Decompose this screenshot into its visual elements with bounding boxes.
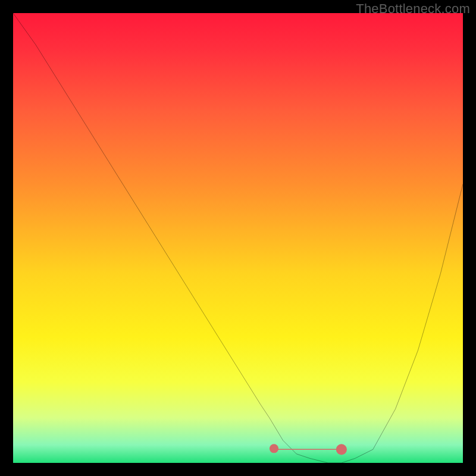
bottleneck-curve-line (13, 13, 463, 463)
chart-svg (13, 13, 463, 463)
chart-frame: TheBottleneck.com (0, 0, 476, 476)
plot-area (13, 13, 463, 463)
trough-right-marker (336, 444, 347, 455)
trough-left-marker (270, 444, 278, 453)
